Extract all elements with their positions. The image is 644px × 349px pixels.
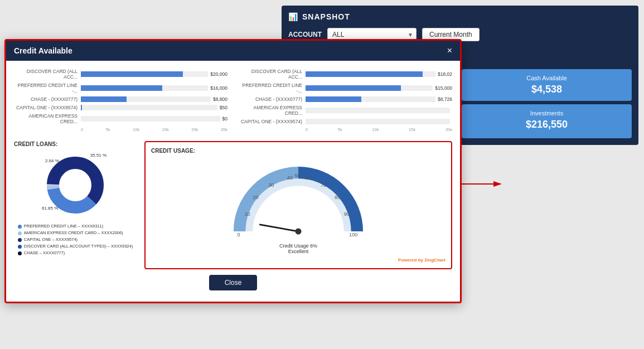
modal-body: DISCOVER CARD (ALL ACC... $20,000 PREFER…: [6, 61, 460, 302]
svg-text:100: 100: [349, 232, 357, 237]
metric-investments[interactable]: Investments $216,550: [462, 104, 632, 138]
bar-row-0: DISCOVER CARD (ALL ACC... $20,000: [14, 69, 227, 80]
donut-legend: PREFERRED CREDIT LINE – XXXX6311) AMERIC…: [18, 223, 133, 256]
bar-fill-0: [81, 71, 183, 77]
gauge-label-bottom: Credit Usage 6% Excellent: [151, 243, 446, 254]
legend-text-1: AMERICAN EXPRESS CREDIT CARD – XXXX2006): [24, 230, 123, 236]
bar-fill-3: [81, 105, 82, 110]
legend-item-1: AMERICAN EXPRESS CREDIT CARD – XXXX2006): [18, 230, 133, 236]
donut-chart: 35.51 % 2.64 % 61.85 %: [42, 152, 109, 219]
svg-text:40: 40: [287, 175, 293, 181]
svg-line-18: [260, 225, 298, 231]
rbar-value-2: $8,726: [438, 96, 452, 102]
modal-header: Credit Available ×: [6, 41, 460, 61]
investments-label: Investments: [469, 110, 624, 117]
svg-text:50: 50: [295, 173, 301, 178]
svg-point-6: [61, 171, 90, 200]
lower-section: CREDIT LOANS:: [14, 141, 452, 269]
rbar-row-4: CAPITAL ONE - (XXXX9574): [239, 119, 452, 124]
svg-text:20: 20: [253, 195, 258, 200]
svg-text:30: 30: [268, 182, 274, 188]
bar-label-0: DISCOVER CARD (ALL ACC...: [14, 69, 81, 80]
legend-dot-4: [18, 251, 22, 255]
rbar-row-1: PREFERRED CREDIT LINE -... $15,000: [239, 83, 452, 94]
legend-item-2: CAPITAL ONE – XXXX9574): [18, 236, 133, 243]
right-bars-col: DISCOVER CARD (ALL ACC... $18,02 PREFERR…: [239, 69, 452, 132]
svg-text:80: 80: [335, 195, 340, 200]
legend-text-3: DISCOVER CARD (ALL ACCOUNT TYPES) – XXXX…: [24, 243, 133, 250]
rbar-container-0: [306, 71, 435, 77]
bar-label-1: PREFERRED CREDIT LINE -...: [14, 83, 81, 94]
svg-marker-1: [493, 181, 502, 187]
gauge-title: CREDIT USAGE:: [151, 148, 446, 154]
legend-text-0: PREFERRED CREDIT LINE – XXXX6311): [24, 223, 103, 230]
bar-container-4: [81, 116, 220, 122]
rbar-value-1: $15,000: [435, 85, 452, 91]
bar-value-4: $0: [222, 116, 227, 122]
bar-row-4: AMERICAN EXPRESS CRED... $0: [14, 113, 227, 124]
powered-by-brand: ZingChart: [424, 258, 446, 263]
rbar-container-3: [306, 108, 450, 113]
rbar-row-2: CHASE - (XXXX0777) $8,726: [239, 96, 452, 102]
credit-available-modal: Credit Available × DISCOVER CARD (ALL AC…: [4, 39, 462, 303]
modal-close-button[interactable]: ×: [447, 46, 452, 55]
bar-container-2: [81, 96, 211, 102]
close-button[interactable]: Close: [209, 275, 258, 290]
legend-text-2: CAPITAL ONE – XXXX9574): [24, 236, 78, 243]
rbar-label-0: DISCOVER CARD (ALL ACC...: [239, 69, 306, 80]
right-bar-axis: 05k10k15k20k: [239, 127, 452, 132]
rbar-fill-0: [306, 71, 423, 77]
metric-cash-available[interactable]: Cash Available $4,538: [462, 69, 632, 101]
cash-available-value: $4,538: [469, 84, 624, 95]
legend-dot-0: [18, 225, 22, 229]
rbar-label-3: AMERICAN EXPRESS CRED...: [239, 105, 306, 116]
powered-by-prefix: Powered by: [398, 258, 424, 263]
svg-text:60: 60: [305, 175, 311, 181]
rbar-row-0: DISCOVER CARD (ALL ACC... $18,02: [239, 69, 452, 80]
snapshot-title: SNAPSHOT: [302, 12, 350, 21]
gauge-wrapper: 0 10 20 30 40 50 60 70 80 90 100: [151, 157, 446, 241]
close-btn-row: Close: [14, 269, 452, 294]
snapshot-header: 📊 SNAPSHOT: [288, 12, 632, 21]
bar-value-1: $16,000: [210, 85, 227, 91]
gauge-svg: 0 10 20 30 40 50 60 70 80 90 100: [226, 157, 371, 241]
bar-fill-1: [81, 85, 162, 91]
bar-value-2: $8,800: [213, 96, 227, 102]
rbar-container-2: [306, 96, 435, 102]
pct-label-2: 2.64 %: [45, 158, 59, 163]
svg-text:10: 10: [244, 211, 250, 217]
bar-label-3: CAPITAL ONE - (XXXX9574): [14, 105, 81, 110]
bar-label-4: AMERICAN EXPRESS CRED...: [14, 113, 81, 124]
legend-item-4: CHASE – XXXX0777): [18, 250, 133, 256]
bar-row-3: CAPITAL ONE - (XXXX9574) $50: [14, 105, 227, 110]
rbar-container-4: [306, 119, 450, 124]
rbar-fill-1: [306, 85, 401, 91]
bar-row-1: PREFERRED CREDIT LINE -... $16,000: [14, 83, 227, 94]
left-bar-axis: 05k10k15k20k25k: [14, 127, 227, 132]
gauge-quality-label: Excellent: [288, 249, 309, 254]
investments-value: $216,550: [469, 119, 624, 130]
bar-value-3: $50: [220, 105, 227, 110]
bar-container-0: [81, 71, 208, 77]
modal-title: Credit Available: [14, 46, 72, 55]
bar-label-2: CHASE - (XXXX0777): [14, 96, 81, 102]
cash-available-label: Cash Available: [469, 75, 624, 81]
rbar-value-0: $18,02: [438, 71, 452, 77]
rbar-label-4: CAPITAL ONE - (XXXX9574): [239, 119, 306, 124]
bar-container-1: [81, 85, 208, 91]
legend-item-0: PREFERRED CREDIT LINE – XXXX6311): [18, 223, 133, 230]
rbar-container-1: [306, 85, 433, 91]
left-bars-col: DISCOVER CARD (ALL ACC... $20,000 PREFER…: [14, 69, 227, 132]
pct-label-35: 35.51 %: [90, 153, 106, 158]
rbar-fill-2: [306, 96, 361, 102]
rbar-label-1: PREFERRED CREDIT LINE -...: [239, 83, 306, 94]
rbar-row-3: AMERICAN EXPRESS CRED...: [239, 105, 452, 116]
bar-fill-2: [81, 96, 127, 102]
bar-container-3: [81, 105, 217, 110]
donut-wrapper: 35.51 % 2.64 % 61.85 % PREFERRED CREDIT …: [14, 152, 137, 256]
pct-label-61: 61.85 %: [42, 206, 58, 211]
powered-by: Powered by ZingChart: [151, 258, 446, 263]
donut-title: CREDIT LOANS:: [14, 141, 137, 147]
legend-dot-2: [18, 238, 22, 242]
bar-value-0: $20,000: [210, 71, 227, 77]
